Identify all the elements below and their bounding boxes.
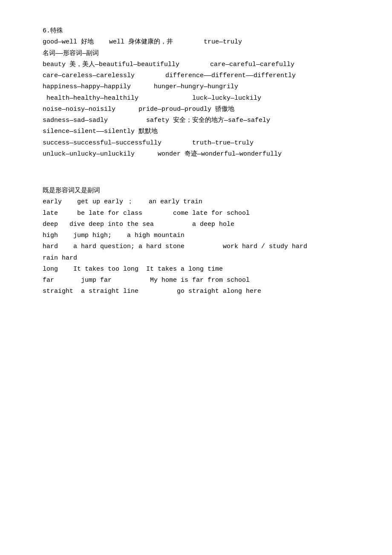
- line-0-8: sadness—sad—sadly safety 安全；安全的地方—safe—s…: [43, 115, 349, 126]
- line-1-3: deep dive deep into the sea a deep hole: [43, 219, 349, 230]
- line-0-2: 名词——形容词—副词: [43, 48, 349, 59]
- line-0-10: success—successful—successfully truth—tr…: [43, 138, 349, 149]
- line-1-9: straight a straight line go straight alo…: [43, 286, 349, 297]
- line-0-0: 6.特殊: [43, 26, 349, 37]
- line-0-9: silence—silent——silently 默默地: [43, 126, 349, 137]
- line-1-0: 既是形容词又是副词: [43, 185, 349, 197]
- line-1-8: far jump far My home is far from school: [43, 275, 349, 286]
- line-0-3: beauty 美，美人—beautiful—beautifully care—c…: [43, 59, 349, 70]
- line-0-11: unluck—unlucky—unluckily wonder 奇迹—wonde…: [43, 149, 349, 160]
- line-0-4: care—careless—carelessly difference——dif…: [43, 70, 349, 81]
- section-special: 6.特殊good—well 好地 well 身体健康的，井 true—truly…: [43, 26, 349, 160]
- section-adj-adv: 既是形容词又是副词early get up early ； an early t…: [43, 185, 349, 298]
- line-1-7: long It takes too long It takes a long t…: [43, 264, 349, 275]
- line-1-5: hard a hard question; a hard stone work …: [43, 241, 349, 252]
- page-content: 6.特殊good—well 好地 well 身体健康的，井 true—truly…: [43, 26, 349, 298]
- line-1-2: late be late for class come late for sch…: [43, 208, 349, 219]
- line-0-5: happiness—happy—happily hunger—hungry—hu…: [43, 81, 349, 92]
- line-1-1: early get up early ； an early train: [43, 197, 349, 208]
- line-1-6: rain hard: [43, 253, 349, 264]
- line-1-4: high jump high; a high mountain: [43, 230, 349, 241]
- line-0-6: health—healthy—healthily luck—lucky—luck…: [43, 93, 349, 104]
- line-0-1: good—well 好地 well 身体健康的，井 true—truly: [43, 37, 349, 48]
- line-0-7: noise—noisy—noisily pride—proud—proudly …: [43, 104, 349, 115]
